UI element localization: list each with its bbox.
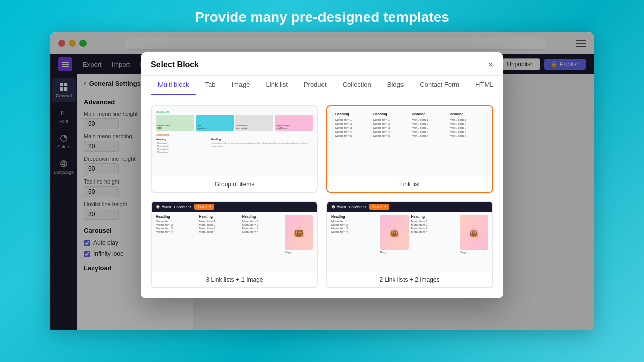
modal-header: Select Block × (141, 52, 503, 76)
modal-tabs: Multi block Tab Image Link list Product … (141, 76, 503, 95)
template-name-group: Group of items (152, 176, 317, 192)
modal-close-button[interactable]: × (488, 60, 493, 69)
tab-blogs[interactable]: Blogs (380, 76, 411, 95)
link-list-preview: Heading Menu item 1 Menu item 2 Menu ite… (327, 106, 492, 176)
template-grid: Happy fit Fashion trends2019 DoesHydrati… (141, 95, 503, 298)
template-group-of-items[interactable]: Happy fit Fashion trends2019 DoesHydrati… (151, 105, 318, 193)
modal-title: Select Block (151, 60, 199, 69)
tab-collection[interactable]: Collection (336, 76, 378, 95)
tab-product[interactable]: Product (297, 76, 334, 95)
modal-overlay[interactable]: Select Block × Multi block Tab Image Lin… (50, 32, 594, 330)
template-name-2link2img: 2 Link lists + 2 Images (327, 272, 492, 287)
template-link-list[interactable]: Heading Menu item 1 Menu item 2 Menu ite… (326, 105, 493, 193)
template-2link-2image[interactable]: 🏠 Home Collections Search ▾ Heading Menu… (326, 201, 493, 288)
tab-image[interactable]: Image (224, 76, 257, 95)
preview-brand: Happy fit (156, 110, 313, 113)
page-banner: Provide many pre-designed templates (0, 0, 644, 32)
browser-window: Export Import Help 📱 🖥 Edit mode 🔒 Unpub… (50, 32, 594, 330)
template-3link-1image[interactable]: 🏠 Home Collections Search ▾ Heading Menu… (151, 201, 318, 288)
tab-html[interactable]: HTML (468, 76, 500, 95)
preview-images: Fashion trends2019 DoesHydration... Deco… (156, 115, 313, 131)
template-name-3link1img: 3 Link lists + 1 Image (152, 272, 317, 287)
banner-title: Provide many pre-designed templates (195, 9, 449, 25)
tab-contact-form[interactable]: Contact Form (413, 76, 466, 95)
tab-multi-block[interactable]: Multi block (151, 76, 196, 95)
select-block-modal: Select Block × Multi block Tab Image Lin… (141, 52, 503, 298)
tab-tab[interactable]: Tab (198, 76, 222, 95)
tab-link-list[interactable]: Link list (259, 76, 295, 95)
template-name-linklist: Link list (327, 176, 492, 192)
